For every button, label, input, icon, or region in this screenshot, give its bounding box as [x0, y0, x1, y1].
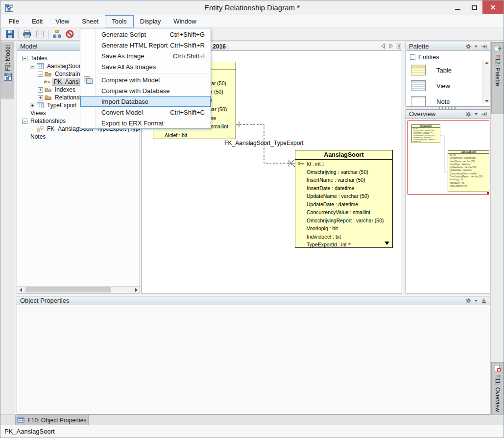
entity-field[interactable]: TypeExportId : int * [295, 241, 392, 248]
menu-item[interactable]: Export to ERX Format [80, 118, 211, 128]
tree-expander[interactable] [38, 95, 43, 100]
menu-item[interactable]: Save As Image Ctrl+Shift+I [80, 50, 211, 61]
tab-next-icon[interactable] [388, 43, 394, 49]
entity-field[interactable]: UpdateName : varchar (50) [295, 192, 392, 200]
field-text: OmschrijvingReport : varchar (50) [307, 218, 384, 223]
tree-expander[interactable] [30, 103, 35, 108]
menu-item-icon [80, 96, 95, 107]
palette-scrollbar[interactable] [482, 61, 490, 103]
gear-icon[interactable] [465, 44, 471, 49]
tree-item-icon [37, 63, 45, 71]
palette-tab-icon [494, 45, 502, 52]
tree-item[interactable]: Notes [17, 133, 140, 141]
print-icon [23, 29, 32, 39]
dock-tab-overview[interactable]: F11: Overview [491, 362, 504, 420]
scroll-up-arrow[interactable] [483, 62, 490, 64]
palette-item[interactable]: View [406, 78, 490, 94]
menu-item[interactable]: Generate HTML Report Ctrl+Shift+R [80, 40, 211, 50]
dock-pin-icon[interactable] [481, 44, 487, 49]
menu-item-icon [80, 40, 95, 50]
palette-item[interactable]: Table [406, 62, 490, 78]
tree-expander[interactable] [30, 64, 35, 69]
toolbar-button[interactable] [46, 29, 50, 40]
menubar-item[interactable]: File [2, 15, 25, 27]
menubar-item[interactable]: Display [134, 15, 168, 27]
tree-item-icon [45, 87, 52, 94]
close-button[interactable]: ✕ [482, 0, 504, 14]
menu-item[interactable]: Generate Script Ctrl+Shift+G [80, 29, 211, 40]
entity-field[interactable]: OmschrijvingReport : varchar (50) [295, 217, 392, 225]
field-text: Id : int [307, 161, 321, 167]
entity-field[interactable]: Voorlopig : bit [295, 224, 392, 233]
entity-field[interactable]: Id : int I [295, 160, 392, 168]
toolbar-button[interactable] [33, 29, 46, 40]
menubar-item[interactable]: Tools [105, 15, 133, 27]
gear-dropdown-caret[interactable] [475, 300, 478, 302]
entity-field[interactable]: Aktief : bit [153, 131, 236, 139]
gear-dropdown-caret[interactable] [475, 113, 478, 115]
toolbar-button[interactable] [16, 29, 21, 40]
tree-item-label: Indexes [53, 86, 77, 93]
menubar-item[interactable]: Window [167, 15, 202, 27]
menu-item[interactable]: Convert Model Ctrl+Shift+C [80, 107, 211, 118]
dock-pin-icon[interactable] [481, 111, 487, 117]
dock-tab-palette[interactable]: F12: Palette [491, 42, 504, 114]
menu-item[interactable]: Import Database [80, 96, 211, 107]
scrollbar-thumb[interactable] [25, 287, 111, 292]
toolbar-button[interactable] [50, 29, 63, 40]
tab-prev-icon[interactable] [381, 43, 386, 49]
object-properties-content[interactable] [17, 306, 490, 414]
menu-item[interactable]: Save All As Images [80, 61, 211, 72]
gear-icon[interactable] [465, 111, 471, 117]
overview-tab-icon [494, 365, 502, 372]
tree-expander[interactable] [38, 72, 43, 77]
tree-expander[interactable] [38, 87, 43, 93]
menu-item[interactable]: Compare with Database [80, 85, 211, 96]
overview-content[interactable]: TypeExport Id : intOmschrijving : varcha… [406, 119, 490, 293]
minimize-button[interactable] [449, 0, 466, 14]
tab-list-icon[interactable] [396, 43, 402, 49]
menu-item[interactable]: Compare with Model [80, 74, 211, 85]
entity-aanslagsoort[interactable]: AanslagSoort Id : int I Omschrijving : v… [295, 150, 393, 248]
scroll-right-arrow[interactable] [133, 287, 140, 293]
dock-tab-object-properties-label: F10: Object Properties [27, 417, 86, 424]
menu-item-icon [80, 29, 95, 40]
entity-field[interactable]: ConcurrencyValue : smallint [295, 208, 392, 217]
scroll-left-arrow[interactable] [17, 287, 24, 293]
entity-field[interactable]: UpdateDate : datetime [295, 200, 392, 209]
tree-expander[interactable] [22, 56, 27, 61]
tree-item-label: Tables [29, 55, 49, 62]
viewport-resize-handle[interactable] [487, 192, 489, 195]
overview-viewport-rect[interactable] [408, 121, 489, 195]
dock-down-icon[interactable] [481, 298, 487, 304]
toolbar-button[interactable] [3, 29, 16, 40]
entity-field[interactable]: Individueel : bit [295, 233, 392, 241]
palette-item[interactable]: Note [406, 94, 490, 106]
dock-tab-model[interactable]: F9: Model [1, 42, 14, 98]
scroll-down-arrow[interactable] [483, 100, 490, 102]
tree-horizontal-scrollbar[interactable] [17, 286, 140, 293]
dock-tab-object-properties[interactable]: F10: Object Properties [15, 415, 89, 425]
entity-overflow-icon[interactable] [384, 242, 389, 245]
menu-item-shortcut: Ctrl+Shift+R [170, 42, 211, 49]
menubar-item[interactable]: Sheet [75, 15, 105, 27]
group-collapse-icon[interactable] [410, 54, 415, 60]
gear-dropdown-caret[interactable] [475, 46, 478, 48]
relationship-label: FK_AanslagSoort_TypeExport [224, 140, 304, 146]
menu-bar: File Edit View Sheet Tools Display Windo… [0, 15, 504, 28]
toolbar-button[interactable] [63, 29, 76, 40]
palette-group-entities[interactable]: Entities [406, 51, 490, 62]
menubar-item[interactable]: View [49, 15, 75, 27]
tree-item-icon [37, 126, 45, 133]
tree-item-label: Notes [29, 133, 47, 140]
tree-expander[interactable] [22, 119, 27, 124]
menu-item-icon [80, 61, 95, 72]
gear-icon[interactable] [465, 298, 471, 304]
app-window: Entity Relationship Diagram * ✕ File Edi… [0, 0, 504, 438]
toolbar-button[interactable] [21, 29, 33, 40]
entity-field[interactable]: InsertDate : datetime [295, 184, 392, 193]
entity-field[interactable]: InsertName : varchar (50) [295, 176, 392, 184]
maximize-button[interactable] [466, 0, 482, 14]
entity-field[interactable]: Omschrijving : varchar (50) [295, 168, 392, 176]
menubar-item[interactable]: Edit [25, 15, 49, 27]
